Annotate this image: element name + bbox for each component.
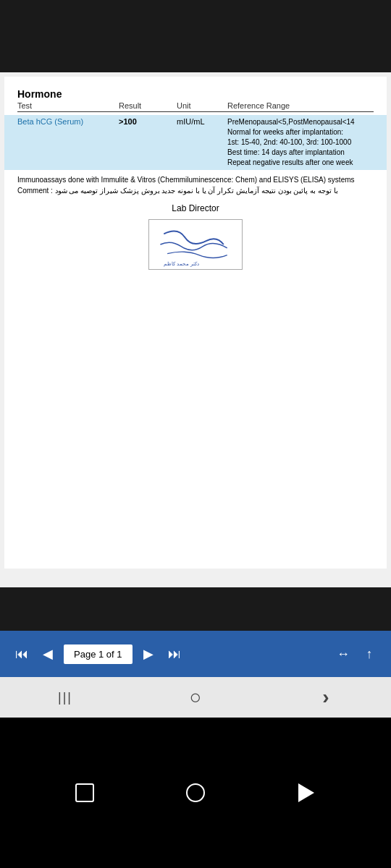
table-row: Beta hCG (Serum) >100 mIU/mL PreMenopaus…	[4, 115, 387, 170]
document-page: Hormone Test Result Unit Reference Range…	[4, 77, 387, 569]
first-page-icon: ⏮	[15, 647, 28, 662]
gap-area	[0, 573, 391, 587]
expand-button[interactable]: ↔	[330, 641, 356, 667]
last-page-button[interactable]: ⏭	[161, 641, 188, 667]
lab-director-section: Lab Director دکتر محمد کاظم	[17, 203, 374, 272]
recents-button[interactable]	[67, 775, 103, 811]
home-button[interactable]: ○	[174, 683, 217, 712]
immunoassay-note: Immunoassays done with Immulite & Vitros…	[17, 176, 374, 184]
cell-unit: mIU/mL	[177, 117, 227, 168]
comment-row: Comment : با توجه به پائین بودن نتیجه آز…	[17, 187, 374, 195]
bottom-bar	[0, 718, 391, 868]
signature-svg: دکتر محمد کاظم	[149, 220, 242, 269]
back-icon: ›	[322, 686, 329, 709]
scroll-up-icon: ↑	[366, 647, 373, 662]
expand-icon: ↔	[337, 647, 350, 662]
home-bottom-button[interactable]	[177, 775, 214, 811]
first-page-button[interactable]: ⏮	[9, 641, 35, 667]
ref-line-3: 1st: 15-40, 2nd: 40-100, 3rd: 100-1000	[227, 137, 374, 148]
prev-page-button[interactable]: ◀	[35, 641, 61, 667]
dark-gap	[0, 587, 391, 631]
prev-page-icon: ◀	[43, 646, 53, 662]
ref-line-2: Normal for weeks after implantation:	[227, 127, 374, 137]
top-dark-area	[0, 0, 391, 72]
header-test: Test	[17, 101, 119, 110]
menu-button[interactable]: |||	[43, 683, 87, 712]
lab-director-label: Lab Director	[17, 203, 374, 213]
scroll-up-button[interactable]: ↑	[356, 641, 382, 667]
back-bottom-icon	[298, 783, 314, 802]
page-indicator: Page 1 of 1	[64, 644, 133, 664]
section-title: Hormone	[17, 88, 374, 100]
cell-result: >100	[119, 117, 177, 168]
ref-line-5: Repeat negative results after one week	[227, 158, 374, 168]
ref-line-1: PreMenopausal<5,PostMenopausal<14	[227, 117, 374, 127]
last-page-icon: ⏭	[168, 647, 181, 662]
comment-label: Comment :	[17, 187, 53, 195]
nav-bar: ⏮ ◀ Page 1 of 1 ▶ ⏭ ↔ ↑	[0, 631, 391, 677]
ref-line-4: Best time: 14 days after implantation	[227, 148, 374, 158]
comment-text: با توجه به پائین بودن نتیجه آزمایش تکرار…	[55, 187, 338, 195]
next-page-icon: ▶	[143, 646, 154, 662]
signature-box: دکتر محمد کاظم	[148, 219, 243, 270]
recents-icon	[75, 783, 94, 802]
cell-ref-range: PreMenopausal<5,PostMenopausal<14 Normal…	[227, 117, 374, 168]
document-container: Hormone Test Result Unit Reference Range…	[0, 72, 391, 573]
header-ref-range: Reference Range	[227, 101, 374, 110]
menu-icon: |||	[58, 690, 72, 705]
home-bottom-icon	[186, 783, 205, 802]
back-bottom-button[interactable]	[288, 775, 324, 811]
table-header-row: Test Result Unit Reference Range	[17, 101, 374, 112]
system-bar: ||| ○ ›	[0, 677, 391, 718]
next-page-button[interactable]: ▶	[135, 641, 161, 667]
home-icon: ○	[190, 687, 202, 707]
header-result: Result	[119, 101, 177, 110]
header-unit: Unit	[177, 101, 227, 110]
svg-text:دکتر محمد کاظم: دکتر محمد کاظم	[164, 261, 198, 267]
cell-test: Beta hCG (Serum)	[17, 117, 119, 168]
back-button[interactable]: ›	[304, 683, 348, 712]
